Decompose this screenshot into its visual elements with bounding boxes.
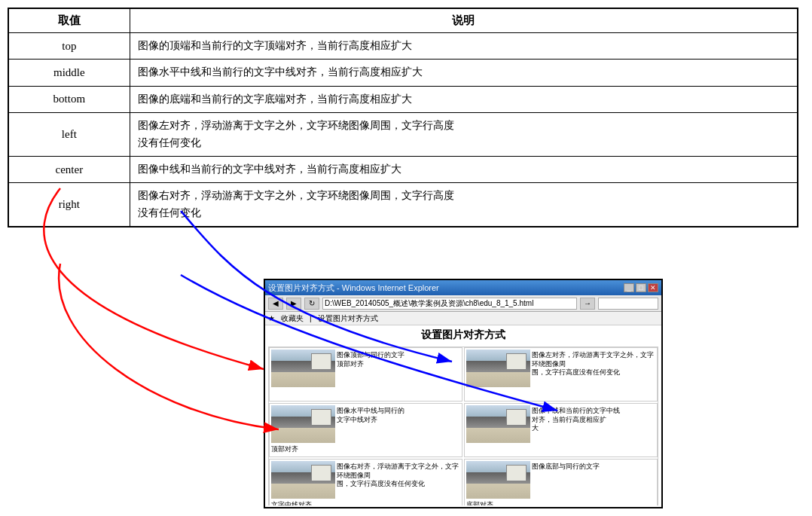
col-header-value: 取值 [8, 8, 130, 33]
value-cell-left: left [8, 113, 130, 157]
main-container: 取值 说明 top图像的顶端和当前行的文字顶端对齐，当前行高度相应扩大middl… [0, 0, 812, 235]
value-cell-right: right [8, 183, 130, 227]
demo-image-3 [271, 405, 335, 443]
demo-image-2 [466, 350, 530, 387]
alignment-table: 取值 说明 top图像的顶端和当前行的文字顶端对齐，当前行高度相应扩大middl… [8, 8, 798, 227]
alignment-demo-grid: 图像顶部与同行的文字顶部对齐 图像左对齐，浮动游离于文字之外，文字环绕图像周围，… [268, 347, 658, 505]
table-header-row: 取值 说明 [8, 8, 798, 33]
demo-image-6 [466, 461, 530, 499]
cell-text-1: 图像顶部与同行的文字顶部对齐 [337, 351, 404, 368]
forward-button[interactable]: ▶ [286, 298, 301, 310]
red-arrow-bottom [59, 264, 279, 429]
close-button[interactable]: ✕ [648, 283, 658, 292]
value-cell-top: top [8, 33, 130, 60]
fav-item-1[interactable]: 收藏夹 [281, 313, 304, 324]
desc-cell-bottom: 图像的底端和当前行的文字底端对齐，当前行高度相应扩大 [130, 86, 798, 112]
value-cell-bottom: bottom [8, 86, 130, 112]
browser-content: 设置图片对齐方式 图像顶部与同行的文字顶部对齐 图像左对齐，浮动游离于文字之外，… [265, 325, 661, 505]
table-row-left: left图像左对齐，浮动游离于文字之外，文字环绕图像周围，文字行高度没有任何变化 [8, 113, 798, 157]
browser-window-controls: _ □ ✕ [624, 283, 658, 292]
search-box[interactable] [598, 298, 658, 310]
col-header-desc: 说明 [130, 8, 798, 33]
browser-title: 设置图片对齐方式 - Windows Internet Explorer [268, 282, 439, 294]
fav-item-2[interactable]: 设置图片对齐方式 [318, 313, 378, 324]
table-row-middle: middle图像水平中线和当前行的文字中线对齐，当前行高度相应扩大 [8, 60, 798, 86]
cell-label-3: 顶部对齐 [271, 444, 460, 454]
grid-cell-top-left: 图像顶部与同行的文字顶部对齐 [269, 347, 462, 402]
go-button[interactable]: → [580, 298, 595, 310]
demo-image-4 [466, 405, 530, 443]
grid-cell-mid-left: 图像水平中线与同行的文字中线对齐 顶部对齐 [269, 403, 462, 457]
favorites-icon: ★ [268, 314, 275, 322]
desc-cell-center: 图像中线和当前行的文字中线对齐，当前行高度相应扩大 [130, 156, 798, 182]
back-button[interactable]: ◀ [268, 298, 283, 310]
desc-cell-middle: 图像水平中线和当前行的文字中线对齐，当前行高度相应扩大 [130, 60, 798, 86]
desc-cell-top: 图像的顶端和当前行的文字顶端对齐，当前行高度相应扩大 [130, 33, 798, 60]
cell-label-5: 文字中线对齐 [271, 500, 460, 505]
maximize-button[interactable]: □ [636, 283, 646, 292]
grid-cell-bot-right: 图像底部与同行的文字 底部对齐 [464, 459, 658, 505]
desc-cell-right: 图像右对齐，浮动游离于文字之外，文字环绕图像周围，文字行高度没有任何变化 [130, 183, 798, 227]
minimize-button[interactable]: _ [624, 283, 634, 292]
table-row-top: top图像的顶端和当前行的文字顶端对齐，当前行高度相应扩大 [8, 33, 798, 60]
grid-cell-mid-right: 图像中线和当前行的文字中线对齐，当前行高度相应扩大 [464, 403, 658, 457]
browser-toolbar: ◀ ▶ ↻ D:\WEB_20140505_概述\教学案例及资源\ch8\edu… [265, 295, 661, 312]
grid-cell-top-right: 图像左对齐，浮动游离于文字之外，文字环绕图像周围，文字行高度没有任何变化 [464, 347, 658, 402]
table-row-right: right图像右对齐，浮动游离于文字之外，文字环绕图像周围，文字行高度没有任何变… [8, 183, 798, 227]
page-content-title: 设置图片对齐方式 [268, 328, 658, 342]
table-row-center: center图像中线和当前行的文字中线对齐，当前行高度相应扩大 [8, 156, 798, 182]
cell-text-2: 图像左对齐，浮动游离于文字之外，文字环绕图像周围，文字行高度没有任何变化 [532, 351, 655, 377]
cell-text-5: 图像右对齐，浮动游离于文字之外，文字环绕图像周围，文字行高度没有任何变化 [337, 463, 460, 489]
browser-window: 设置图片对齐方式 - Windows Internet Explorer _ □… [264, 279, 663, 508]
favorites-bar: ★ 收藏夹 | 设置图片对齐方式 [265, 312, 661, 325]
demo-image-5 [271, 461, 335, 499]
browser-titlebar: 设置图片对齐方式 - Windows Internet Explorer _ □… [265, 280, 661, 295]
cell-text-4: 图像中线和当前行的文字中线对齐，当前行高度相应扩大 [532, 407, 620, 433]
address-bar[interactable]: D:\WEB_20140505_概述\教学案例及资源\ch8\edu_8_1_5… [322, 298, 577, 310]
fav-separator: | [310, 314, 312, 322]
table-row-bottom: bottom图像的底端和当前行的文字底端对齐，当前行高度相应扩大 [8, 86, 798, 112]
cell-text-6: 图像底部与同行的文字 [532, 463, 600, 472]
demo-image-1 [271, 350, 335, 387]
cell-text-3: 图像水平中线与同行的文字中线对齐 [337, 407, 404, 424]
value-cell-center: center [8, 156, 130, 182]
desc-cell-left: 图像左对齐，浮动游离于文字之外，文字环绕图像周围，文字行高度没有任何变化 [130, 113, 798, 157]
grid-cell-bot-left: 图像右对齐，浮动游离于文字之外，文字环绕图像周围，文字行高度没有任何变化 文字中… [269, 459, 462, 505]
refresh-button[interactable]: ↻ [304, 298, 319, 310]
value-cell-middle: middle [8, 60, 130, 86]
cell-label-6: 底部对齐 [466, 500, 655, 505]
